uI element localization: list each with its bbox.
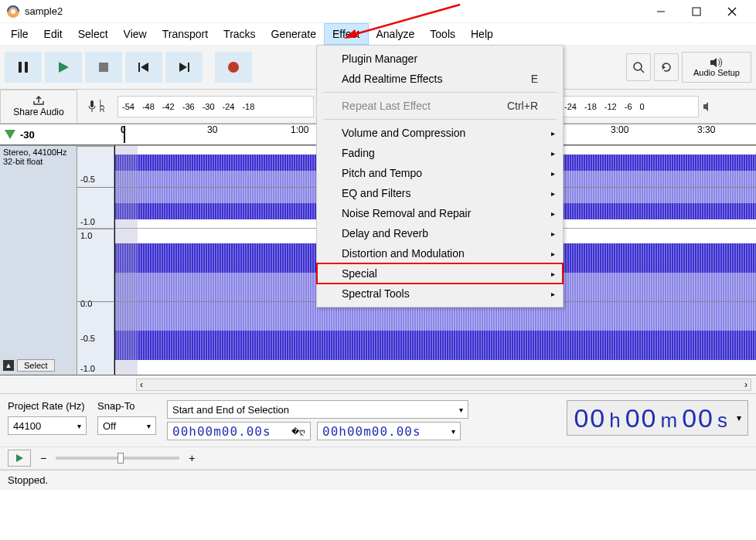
play-button[interactable] (45, 52, 82, 83)
menu-eq-filters[interactable]: EQ and Filters▸ (317, 183, 563, 203)
menu-delay-reverb[interactable]: Delay and Reverb▸ (317, 223, 563, 243)
track-select-button[interactable]: Select (17, 359, 55, 372)
pause-button[interactable] (5, 52, 42, 83)
chevron-right-icon: ▸ (551, 290, 555, 298)
play-head-icon (5, 130, 15, 139)
menu-tracks[interactable]: Tracks (216, 23, 263, 45)
zoom-button[interactable] (626, 53, 651, 81)
selection-mode-select[interactable]: Start and End of Selection▾ (167, 400, 468, 419)
menu-special[interactable]: Special▸ (317, 263, 563, 284)
maximize-button[interactable] (679, 0, 714, 23)
svg-rect-9 (99, 63, 108, 72)
svg-rect-3 (693, 8, 700, 15)
share-audio-button[interactable]: Share Audio (0, 90, 77, 124)
ruler-origin: -30 (20, 129, 35, 141)
share-icon (32, 95, 45, 106)
menu-edit[interactable]: Edit (36, 23, 70, 45)
svg-marker-21 (703, 102, 708, 111)
skip-end-button[interactable] (165, 52, 203, 83)
track-info-line1: Stereo, 44100Hz (3, 148, 73, 157)
menu-separator (323, 119, 557, 120)
chevron-down-icon: ▾ (737, 413, 741, 423)
track-collapse-button[interactable]: ▲ (3, 360, 14, 371)
menu-transport[interactable]: Transport (155, 23, 216, 45)
chevron-right-icon: ▸ (551, 270, 555, 278)
selection-end-time[interactable]: 00h00m00.00s▾ (317, 422, 461, 440)
menu-help[interactable]: Help (463, 23, 501, 45)
audio-setup-button[interactable]: Audio Setup (682, 52, 751, 83)
chevron-right-icon: ▸ (551, 209, 555, 218)
window-title: sample2 (25, 5, 643, 17)
snap-to-select[interactable]: Off▾ (97, 416, 156, 435)
menu-separator (323, 92, 557, 93)
mic-icon (87, 100, 97, 114)
audio-position-display[interactable]: 00h00m00s ▾ (567, 400, 748, 436)
play-at-speed-toolbar: − + (0, 447, 756, 470)
svg-marker-11 (141, 63, 148, 72)
stop-button[interactable] (85, 52, 122, 83)
menu-generate[interactable]: Generate (264, 23, 324, 45)
project-rate-select[interactable]: 44100▾ (8, 416, 87, 435)
chevron-right-icon: ▸ (551, 129, 555, 138)
selection-toolbar: Project Rate (Hz) 44100▾ Snap-To Off▾ St… (0, 394, 756, 447)
menu-select[interactable]: Select (70, 23, 116, 45)
minimize-button[interactable] (643, 0, 679, 23)
play-at-speed-button[interactable] (8, 450, 31, 467)
chevron-down-icon: ▾ (77, 422, 81, 430)
recording-meter[interactable]: -54 -48 -42 -36 -30 -24 -18 (117, 96, 314, 117)
chevron-right-icon: ▸ (551, 189, 555, 198)
menu-repeat-last-effect: Repeat Last EffectCtrl+R (317, 96, 563, 116)
svg-marker-8 (59, 62, 69, 73)
menu-spectral-tools[interactable]: Spectral Tools▸ (317, 284, 563, 304)
chevron-down-icon: ▾ (459, 406, 463, 414)
menu-fading[interactable]: Fading▸ (317, 143, 563, 163)
menu-analyze[interactable]: Analyze (369, 23, 423, 45)
playback-speed-slider[interactable] (56, 457, 179, 460)
scroll-left-icon[interactable]: ‹ (140, 379, 143, 390)
loop-button[interactable] (654, 53, 679, 81)
scroll-right-icon[interactable]: › (744, 379, 747, 390)
track-control-panel[interactable]: Stereo, 44100Hz 32-bit float ▲ Select (0, 145, 77, 375)
svg-point-1 (11, 9, 15, 14)
ruler-head: -30 (0, 124, 77, 144)
status-bar: Stopped. (0, 470, 756, 490)
svg-point-15 (634, 63, 642, 70)
title-bar: sample2 (0, 0, 756, 23)
menu-noise-removal[interactable]: Noise Removal and Repair▸ (317, 203, 563, 223)
menu-effect[interactable]: Effect (324, 23, 369, 45)
horizontal-scrollbar[interactable]: ‹› (0, 375, 756, 394)
menu-tools[interactable]: Tools (422, 23, 463, 45)
share-audio-label: Share Audio (13, 107, 63, 117)
menu-plugin-manager[interactable]: Plugin Manager (317, 49, 563, 69)
record-button[interactable] (215, 52, 252, 83)
speed-plus-icon[interactable]: + (189, 452, 195, 464)
chevron-right-icon: ▸ (551, 149, 555, 158)
svg-marker-17 (662, 66, 666, 70)
playback-slider-icon (702, 100, 756, 113)
svg-point-14 (228, 62, 239, 73)
svg-line-16 (641, 70, 644, 73)
speed-minus-icon[interactable]: − (40, 452, 46, 464)
effect-menu-dropdown: Plugin Manager Add Realtime EffectsE Rep… (316, 45, 564, 307)
close-button[interactable] (714, 0, 750, 23)
skip-start-button[interactable] (125, 52, 162, 83)
svg-marker-12 (179, 63, 187, 72)
chevron-down-icon: �ღ (291, 427, 305, 436)
speaker-icon (709, 57, 724, 68)
playback-meter[interactable]: -24 -18 -12 -6 0 (560, 96, 699, 117)
svg-rect-19 (90, 100, 94, 107)
menu-file[interactable]: File (3, 23, 36, 45)
menu-distortion-modulation[interactable]: Distortion and Modulation▸ (317, 243, 563, 263)
menu-volume-compression[interactable]: Volume and Compression▸ (317, 123, 563, 143)
svg-marker-22 (16, 454, 23, 462)
menu-view[interactable]: View (116, 23, 155, 45)
selection-start-time[interactable]: 00h00m00.00s�ღ (167, 422, 311, 440)
menu-pitch-tempo[interactable]: Pitch and Tempo▸ (317, 163, 563, 183)
app-logo-icon (6, 5, 20, 19)
svg-rect-13 (188, 63, 189, 72)
menu-bar: File Edit Select View Transport Tracks G… (0, 23, 756, 45)
svg-marker-18 (710, 58, 717, 67)
menu-add-realtime-effects[interactable]: Add Realtime EffectsE (317, 69, 563, 89)
chevron-down-icon: ▾ (451, 427, 455, 436)
mic-meter-label: LR (77, 100, 114, 114)
